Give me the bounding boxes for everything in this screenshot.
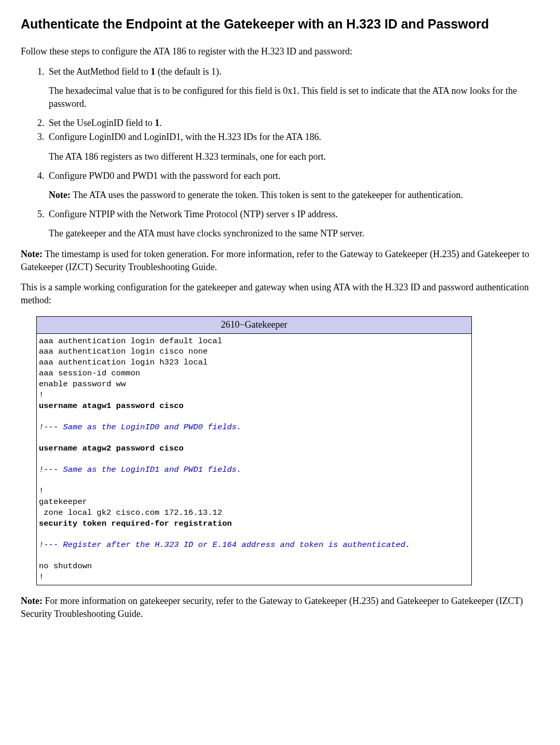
step-4-note-body: The ATA uses the password to generate th…	[71, 190, 463, 200]
intro-paragraph: Follow these steps to configure the ATA …	[21, 45, 539, 58]
step-5-text: Configure NTPIP with the Network Time Pr…	[49, 209, 338, 219]
config-line-13: zone local gk2 cisco.com 172.16.13.12	[39, 508, 469, 518]
config-line-2: aaa authentication login cisco none	[39, 346, 469, 357]
sample-paragraph: This is a sample working configuration f…	[21, 281, 539, 307]
config-line-9: username atagw2 password cisco	[39, 443, 469, 454]
step-4-note: Note: The ATA uses the password to gener…	[49, 189, 539, 202]
config-title: 2610−Gatekeeper	[37, 317, 472, 333]
note-2-label: Note:	[21, 596, 43, 606]
config-blank-6	[39, 551, 469, 561]
note-1: Note: The timestamp is used for token ge…	[21, 248, 539, 274]
config-line-3: aaa authentication login h323 local	[39, 357, 469, 368]
step-4: Configure PWD0 and PWD1 with the passwor…	[47, 170, 539, 202]
section-heading: Authenticate the Endpoint at the Gatekee…	[21, 16, 539, 33]
config-blank-2	[39, 433, 469, 443]
step-1-detail: The hexadecimal value that is to be conf…	[49, 85, 539, 110]
config-blank-3	[39, 454, 469, 465]
config-line-10: !--- Same as the LoginID1 and PWD1 field…	[39, 465, 469, 475]
config-blank-5	[39, 529, 469, 540]
config-line-14: security token required-for registration	[39, 518, 469, 529]
config-line-1: aaa authentication login default local	[39, 336, 469, 347]
note-1-body: The timestamp is used for token generati…	[21, 249, 529, 272]
step-2: Set the UseLoginID field to 1.	[47, 117, 539, 130]
config-line-8: !--- Same as the LoginID0 and PWD0 field…	[39, 422, 469, 433]
config-line-6: !	[39, 390, 469, 401]
config-line-12: gatekeeper	[39, 497, 469, 508]
config-line-7: username atagw1 password cisco	[39, 401, 469, 412]
config-blank-1	[39, 412, 469, 422]
config-line-17: !	[39, 572, 469, 583]
step-2-text-a: Set the UseLoginID field to	[49, 118, 155, 128]
config-table: 2610−Gatekeeper aaa authentication login…	[36, 316, 472, 585]
config-line-16: no shutdown	[39, 561, 469, 572]
note-1-label: Note:	[21, 249, 43, 259]
note-2-body: For more information on gatekeeper secur…	[21, 596, 523, 619]
step-5: Configure NTPIP with the Network Time Pr…	[47, 208, 539, 240]
config-line-11: !	[39, 486, 469, 497]
config-line-5: enable password ww	[39, 379, 469, 390]
note-2: Note: For more information on gatekeeper…	[21, 595, 539, 621]
step-3-text: Configure LoginID0 and LoginID1, with th…	[49, 132, 321, 142]
step-5-detail: The gatekeeper and the ATA must have clo…	[49, 227, 539, 240]
step-1: Set the AutMethod field to 1 (the defaul…	[47, 65, 539, 111]
config-line-15: !--- Register after the H.323 ID or E.16…	[39, 540, 469, 551]
step-1-text-a: Set the AutMethod field to	[49, 66, 150, 77]
steps-list: Set the AutMethod field to 1 (the defaul…	[21, 65, 539, 241]
config-body: aaa authentication login default localaa…	[37, 333, 472, 585]
step-4-note-label: Note:	[49, 190, 71, 200]
step-3: Configure LoginID0 and LoginID1, with th…	[47, 131, 539, 163]
step-1-text-c: (the default is 1).	[155, 66, 221, 77]
config-line-4: aaa session-id common	[39, 368, 469, 379]
step-2-text-c: .	[159, 118, 162, 128]
config-blank-4	[39, 475, 469, 486]
step-4-text: Configure PWD0 and PWD1 with the passwor…	[49, 171, 281, 181]
step-3-detail: The ATA 186 registers as two different H…	[49, 150, 539, 163]
